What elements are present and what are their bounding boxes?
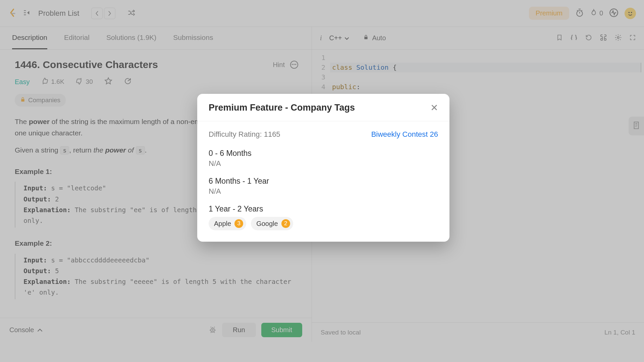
company-tags-modal: Premium Feature - Company Tags ✕ Difficu… <box>197 94 449 242</box>
period-label: 1 Year - 2 Years <box>209 204 438 214</box>
period-label: 0 - 6 Months <box>209 149 438 158</box>
modal-title: Premium Feature - Company Tags <box>209 103 355 113</box>
company-name: Apple <box>214 220 231 228</box>
period-label: 6 Months - 1 Year <box>209 177 438 186</box>
close-icon[interactable]: ✕ <box>430 103 438 113</box>
difficulty-rating: Difficulty Rating: 1165 <box>209 130 280 139</box>
contest-link[interactable]: Biweekly Contest 26 <box>371 130 438 139</box>
period-value: N/A <box>209 159 438 168</box>
company-count-badge: 3 <box>234 219 243 228</box>
company-chip[interactable]: Google 2 <box>251 217 293 230</box>
period-value: N/A <box>209 187 438 196</box>
company-chip[interactable]: Apple 3 <box>209 217 246 230</box>
company-count-badge: 2 <box>281 219 290 228</box>
company-name: Google <box>256 220 278 228</box>
